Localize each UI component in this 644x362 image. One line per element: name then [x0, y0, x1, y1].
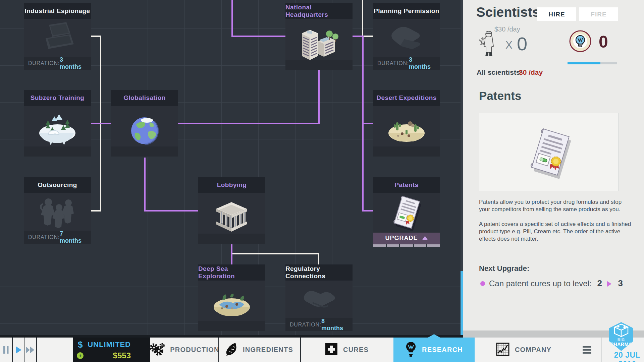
node-title: Patents: [394, 181, 418, 189]
node-bottom-strip: [285, 60, 353, 70]
node-title: Regulatory Connections: [285, 265, 353, 280]
duration-label: DURATION:: [28, 60, 60, 66]
cross-icon: [325, 343, 338, 357]
island-sea-icon: [210, 287, 254, 325]
tab-research[interactable]: RESEARCH: [393, 338, 475, 362]
node-title: Globalisation: [123, 94, 166, 102]
node-header: National Headquarters: [285, 3, 353, 19]
node-header: Planning Permission: [373, 3, 440, 19]
selected-research-title: Patents: [479, 89, 521, 103]
tree-scrollbar-thumb[interactable]: [461, 271, 463, 338]
pause-button[interactable]: [0, 338, 12, 362]
tab-label: INGREDIENTS: [243, 346, 293, 354]
node-header: Lobbying: [198, 177, 265, 193]
research-node-national-headquarters[interactable]: National Headquarters: [285, 3, 353, 70]
node-body: [24, 193, 91, 231]
description-paragraph-1: Patents allow you to protect your drug f…: [479, 198, 634, 213]
research-node-desert-expeditions[interactable]: Desert Expeditions: [373, 90, 440, 157]
patent-icon: [388, 192, 425, 234]
research-info-panel: Scientists HIRE FIRE $30 /day X 0: [463, 0, 644, 338]
research-node-industrial-espionage[interactable]: Industrial EspionageDURATION:3 months: [24, 3, 91, 70]
active-tab-notch: [428, 334, 440, 338]
duration-label: DURATION:: [28, 234, 60, 240]
money-status: UNLIMITED: [88, 340, 131, 349]
research-node-regulatory-connections[interactable]: Regulatory ConnectionsDURATION:8 months: [285, 264, 353, 331]
node-header: Deep Sea Exploration: [198, 264, 265, 281]
node-bottom-strip: [24, 146, 91, 157]
node-header: Regulatory Connections: [285, 264, 353, 281]
upgrade-button[interactable]: UPGRADE: [373, 233, 440, 244]
tree-scrollbar-track[interactable]: [461, 0, 463, 338]
research-node-deep-sea-exploration[interactable]: Deep Sea Exploration: [198, 264, 265, 331]
knowledge-count: 0: [599, 32, 608, 52]
node-header: Outsourcing: [24, 177, 91, 193]
dollar-icon: $: [78, 340, 83, 350]
fire-button[interactable]: FIRE: [579, 7, 618, 21]
all-scientists-cost: $0 /day: [519, 68, 543, 76]
duration-label: DURATION:: [290, 322, 321, 328]
node-bottom-strip: [198, 234, 265, 244]
research-node-planning-permission[interactable]: Planning PermissionDURATION:3 months: [373, 3, 440, 70]
all-scientists-label: All scientists:: [477, 68, 523, 76]
tab-production[interactable]: PRODUCTION: [150, 338, 218, 362]
money-display: $ UNLIMITED + $553: [73, 338, 150, 362]
island-snow-icon: [36, 112, 79, 150]
node-header: Desert Expeditions: [373, 90, 440, 106]
temple-icon: [210, 199, 254, 238]
tab-cures[interactable]: CURES: [300, 338, 393, 362]
game-date: 20 JUL 2016: [610, 351, 644, 362]
upgrade-arrow-icon: [607, 281, 611, 287]
research-node-globalisation[interactable]: Globalisation: [111, 90, 178, 157]
research-node-subzero-training[interactable]: Subzero Training: [24, 90, 91, 157]
research-node-patents[interactable]: PatentsUPGRADE: [373, 177, 440, 244]
research-description: Patents allow you to protect your drug f…: [479, 198, 634, 243]
upgrade-progress-bar: [373, 244, 440, 247]
node-bottom-strip: [111, 146, 178, 157]
fast-forward-button[interactable]: [24, 338, 36, 362]
bottom-toolbar: $ UNLIMITED + $553 PRODUCTIONINGREDIENTS…: [0, 338, 644, 362]
node-title: National Headquarters: [285, 4, 353, 18]
connection-line-purple: [232, 0, 285, 36]
duration-value: 3 months: [409, 56, 436, 70]
node-title: Outsourcing: [38, 181, 77, 189]
menu-bar-icon: [583, 352, 591, 354]
tab-label: COMPANY: [515, 346, 551, 354]
hamburger-menu-button[interactable]: [573, 338, 601, 362]
research-node-outsourcing[interactable]: OutsourcingDURATION:7 months: [24, 177, 91, 244]
node-header: Patents: [373, 177, 440, 193]
duration-label: DURATION:: [377, 60, 409, 66]
tab-label: CURES: [343, 346, 369, 354]
duration-value: 7 months: [60, 230, 87, 244]
node-header: Subzero Training: [24, 90, 91, 106]
research-tree-canvas[interactable]: Industrial EspionageDURATION:3 monthsNat…: [0, 0, 463, 338]
connection-line-white: [363, 0, 373, 36]
node-header: Industrial Espionage: [24, 3, 91, 19]
island-desert-icon: [385, 112, 428, 150]
upgrade-progress-segment: [373, 244, 386, 247]
knowledge-progress-fill: [568, 62, 600, 64]
people-icon: [36, 193, 79, 231]
node-duration-row: DURATION:8 months: [285, 318, 353, 331]
node-body: [373, 19, 440, 57]
upgrade-progress-segment: [387, 244, 399, 247]
patent-scroll-illustration: [512, 117, 586, 187]
node-body: [285, 281, 353, 318]
tab-label: RESEARCH: [422, 346, 463, 354]
buildings-icon: [297, 24, 341, 65]
node-title: Deep Sea Exploration: [198, 265, 265, 280]
game-area-bottom-edge: [0, 335, 463, 338]
hire-button[interactable]: HIRE: [537, 7, 576, 21]
tab-company[interactable]: COMPANY: [475, 338, 573, 362]
panel-divider: [479, 84, 619, 84]
node-body: [373, 193, 440, 233]
description-paragraph-2: A patent covers a specific set of active…: [479, 221, 634, 243]
play-button[interactable]: [13, 338, 24, 362]
knowledge-bulb-icon: [569, 30, 591, 54]
node-title: Industrial Espionage: [25, 7, 90, 15]
tab-ingredients[interactable]: INGREDIENTS: [218, 338, 300, 362]
connection-line-purple: [145, 158, 198, 211]
research-node-lobbying[interactable]: Lobbying: [198, 177, 265, 244]
node-title: Planning Permission: [374, 7, 439, 15]
tab-label: PRODUCTION: [170, 346, 219, 354]
scientists-heading: Scientists: [476, 5, 540, 20]
